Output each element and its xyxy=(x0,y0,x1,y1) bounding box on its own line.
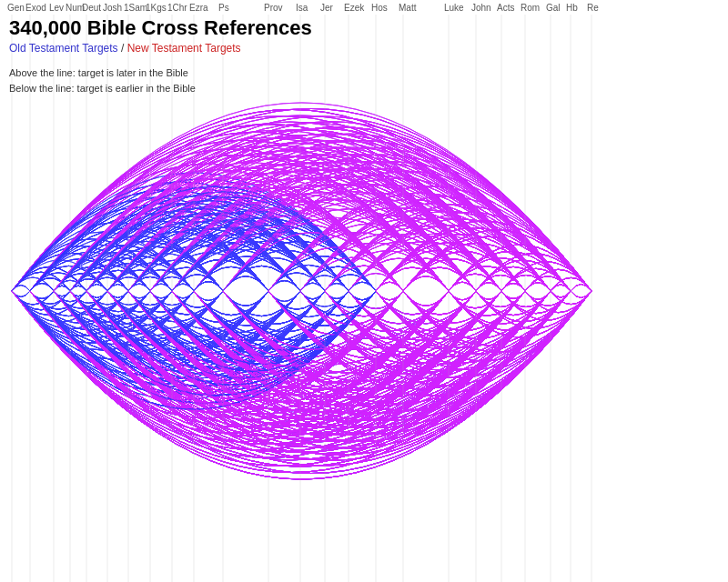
title-area: 340,000 Bible Cross References Old Testa… xyxy=(9,16,312,55)
legend-separator: / xyxy=(118,42,127,55)
book-label-luke: Luke xyxy=(444,3,464,13)
book-label-gal: Gal xyxy=(546,3,561,13)
main-container: GenExodLevNumDeutJosh1Sam1Kgs1ChrEzraPsP… xyxy=(0,0,728,582)
book-label-re: Re xyxy=(587,3,599,13)
book-label-lev: Lev xyxy=(49,3,64,13)
legend-nt-label: New Testament Targets xyxy=(127,42,241,55)
book-label-john: John xyxy=(471,3,491,13)
book-label-hos: Hos xyxy=(371,3,388,13)
legend-line: Old Testament Targets / New Testament Ta… xyxy=(9,42,312,55)
book-label-josh: Josh xyxy=(103,3,122,13)
instruction-line2: Below the line: target is earlier in the… xyxy=(9,81,196,96)
book-label-ezek: Ezek xyxy=(344,3,364,13)
legend-ot-label: Old Testament Targets xyxy=(9,42,118,55)
book-label-deut: Deut xyxy=(82,3,101,13)
book-label-ezra: Ezra xyxy=(189,3,208,13)
book-label-prov: Prov xyxy=(264,3,283,13)
book-label-gen: Gen xyxy=(7,3,25,13)
book-label-rom: Rom xyxy=(521,3,540,13)
main-title: 340,000 Bible Cross References xyxy=(9,16,312,40)
book-labels-row: GenExodLevNumDeutJosh1Sam1Kgs1ChrEzraPsP… xyxy=(0,0,728,15)
instructions-text: Above the line: target is later in the B… xyxy=(9,65,196,95)
book-label-jer: Jer xyxy=(320,3,333,13)
book-label-hb: Hb xyxy=(566,3,578,13)
book-label-1sam: 1Sam xyxy=(124,3,147,13)
instruction-line1: Above the line: target is later in the B… xyxy=(9,65,196,81)
book-label-ps: Ps xyxy=(218,3,229,13)
book-label-matt: Matt xyxy=(399,3,416,13)
book-label-acts: Acts xyxy=(497,3,514,13)
book-label-isa: Isa xyxy=(296,3,308,13)
book-label-exod: Exod xyxy=(25,3,46,13)
book-label-1kgs: 1Kgs xyxy=(146,3,167,13)
book-label-1chr: 1Chr xyxy=(167,3,187,13)
